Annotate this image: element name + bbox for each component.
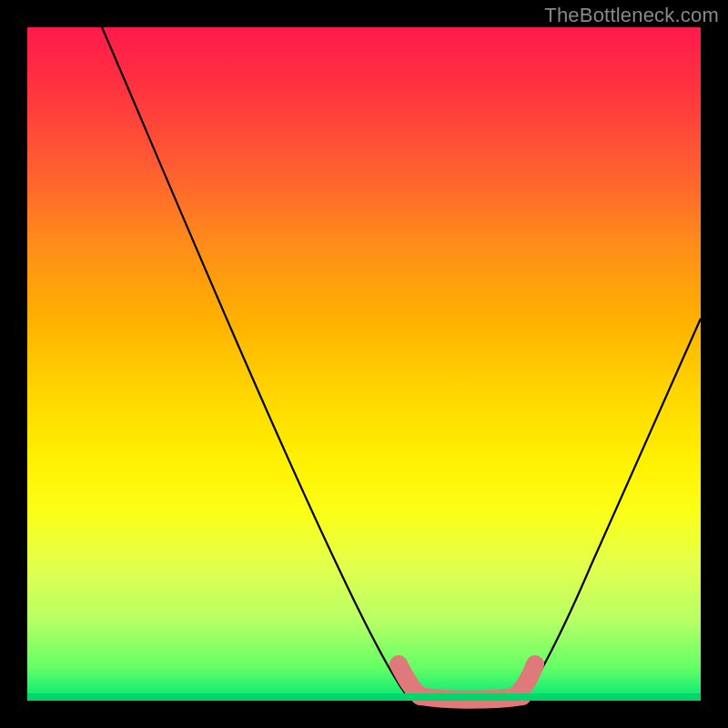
left-curve bbox=[102, 27, 410, 699]
chart-svg bbox=[27, 27, 701, 701]
baseline-green bbox=[27, 693, 701, 701]
watermark-text: TheBottleneck.com bbox=[544, 4, 719, 27]
bottom-blob-right bbox=[515, 664, 535, 696]
chart-frame: TheBottleneck.com bbox=[0, 0, 728, 728]
right-curve bbox=[522, 318, 701, 699]
